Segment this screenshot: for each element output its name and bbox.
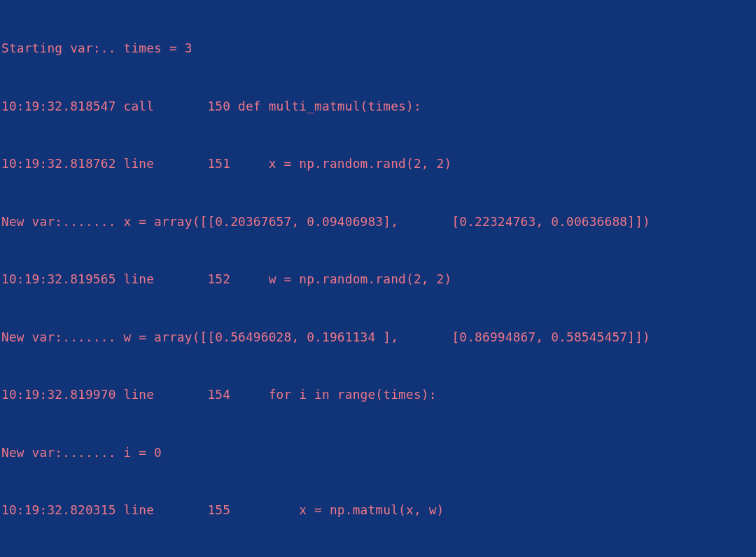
- trace-line: 10:19:32.818762 line 151 x = np.random.r…: [1, 154, 755, 174]
- trace-line: 10:19:32.819970 line 154 for i in range(…: [1, 385, 755, 404]
- trace-line: 10:19:32.820315 line 155 x = np.matmul(x…: [1, 500, 755, 520]
- trace-line: Starting var:.. times = 3: [1, 38, 755, 58]
- trace-line: 10:19:32.818547 call 150 def multi_matmu…: [1, 97, 755, 116]
- trace-line: New var:....... x = array([[0.20367657, …: [1, 212, 755, 232]
- debug-trace-output: Starting var:.. times = 3 10:19:32.81854…: [0, 0, 756, 557]
- trace-line: New var:....... i = 0: [1, 443, 755, 463]
- trace-line: 10:19:32.819565 line 152 w = np.random.r…: [1, 269, 755, 289]
- trace-line: New var:....... w = array([[0.56496028, …: [1, 327, 755, 347]
